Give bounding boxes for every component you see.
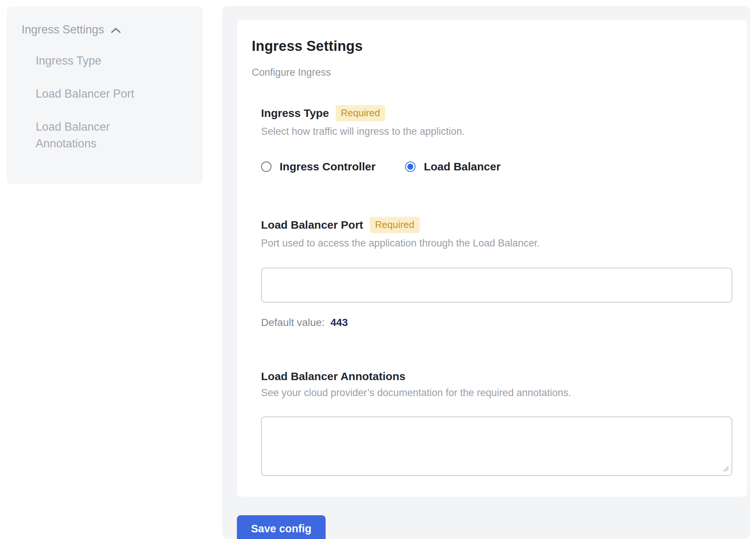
save-config-button[interactable]: Save config (237, 515, 326, 539)
load-balancer-port-input[interactable] (261, 268, 732, 303)
sidebar-section-label: Ingress Settings (22, 23, 104, 36)
sidebar-section-ingress-settings[interactable]: Ingress Settings (22, 23, 189, 36)
radio-label: Load Balancer (424, 160, 501, 173)
load-balancer-annotations-label: Load Balancer Annotations (261, 370, 405, 383)
sidebar-item-load-balancer-port[interactable]: Load Balancer Port (36, 86, 151, 102)
section-load-balancer-port: Load Balancer Port Required Port used to… (261, 217, 732, 329)
load-balancer-port-label: Load Balancer Port (261, 219, 363, 231)
sidebar-item-load-balancer-annotations[interactable]: Load Balancer Annotations (36, 119, 151, 152)
load-balancer-annotations-textarea[interactable] (261, 416, 732, 476)
radio-label: Ingress Controller (280, 160, 375, 173)
radio-option-ingress-controller[interactable]: Ingress Controller (261, 160, 375, 173)
ingress-type-radio-group: Ingress Controller Load Balancer (261, 160, 732, 173)
load-balancer-port-description: Port used to access the application thro… (261, 238, 732, 249)
radio-icon (405, 161, 416, 172)
load-balancer-annotations-heading: Load Balancer Annotations (261, 370, 732, 383)
required-badge: Required (370, 217, 420, 233)
default-value-line: Default value: 443 (261, 317, 732, 329)
annotations-textarea-wrap (261, 416, 732, 476)
ingress-settings-card: Ingress Settings Configure Ingress Ingre… (237, 20, 747, 497)
settings-nav-sidebar: Ingress Settings Ingress Type Load Balan… (7, 7, 203, 184)
required-badge: Required (336, 105, 385, 121)
sidebar-item-ingress-type[interactable]: Ingress Type (36, 53, 151, 69)
section-ingress-type: Ingress Type Required Select how traffic… (261, 105, 732, 173)
section-load-balancer-annotations: Load Balancer Annotations See your cloud… (261, 370, 732, 476)
load-balancer-annotations-description: See your cloud provider’s documentation … (261, 387, 732, 399)
ingress-type-description: Select how traffic will ingress to the a… (261, 126, 732, 137)
sidebar-item-list: Ingress Type Load Balancer Port Load Bal… (22, 53, 189, 152)
ingress-type-label: Ingress Type (261, 107, 329, 120)
radio-option-load-balancer[interactable]: Load Balancer (405, 160, 501, 173)
radio-icon (261, 161, 271, 172)
ingress-type-heading: Ingress Type Required (261, 105, 732, 121)
page-subtitle: Configure Ingress (252, 67, 732, 78)
default-value-label: Default value: (261, 317, 325, 328)
chevron-up-icon (111, 27, 121, 34)
page-title: Ingress Settings (252, 38, 732, 54)
default-value: 443 (330, 317, 348, 328)
main-panel: Ingress Settings Configure Ingress Ingre… (222, 6, 750, 539)
load-balancer-port-heading: Load Balancer Port Required (261, 217, 732, 233)
